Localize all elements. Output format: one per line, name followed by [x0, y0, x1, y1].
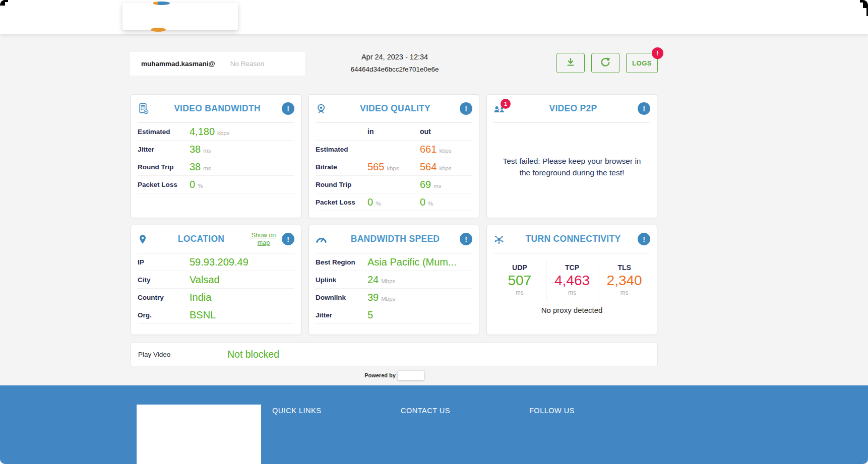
row-value: Valsad [190, 274, 220, 285]
test-id: 64464d34e6bcc2fe701e0e6e [304, 65, 485, 73]
card-title: VIDEO QUALITY [331, 103, 460, 114]
protocol-unit: ms [546, 289, 598, 296]
row-label: Country [138, 294, 190, 301]
table-row: Downlink 39Mbps [316, 289, 472, 306]
row-label: Uplink [316, 276, 367, 284]
row-value: 5 [367, 309, 373, 320]
logo-swoosh-icon [153, 2, 170, 5]
row-value: Asia Pacific (Mum... [367, 256, 457, 268]
table-row: City Valsad [138, 271, 294, 289]
card-head: TURN CONNECTIVITY ! [487, 225, 657, 253]
col-in-header: in [367, 127, 420, 136]
refresh-button[interactable] [591, 53, 619, 73]
row-value-out: 661 [420, 144, 437, 155]
card-title: TURN CONNECTIVITY [509, 234, 638, 244]
people-icon: 1 [493, 103, 509, 114]
row-value-out: 0 [420, 196, 425, 208]
calculator-camera-icon [138, 103, 153, 114]
row-value: BSNL [190, 309, 216, 320]
card-title: BANDWIDTH SPEED [331, 234, 460, 244]
row-label: Downlink [316, 294, 367, 301]
row-value-out: 69 [420, 179, 431, 190]
table-row: Jitter 5 [316, 306, 472, 324]
row-unit: ms [203, 148, 211, 154]
card-rows: Best Region Asia Pacific (Mum... Uplink … [309, 253, 479, 324]
row-unit: % [198, 183, 203, 189]
row-unit: ms [433, 183, 441, 189]
p2p-error-message: Test failed: Please keep your browser in… [500, 155, 644, 179]
logs-button-label: LOGS [632, 59, 652, 67]
map-pin-icon [138, 234, 153, 245]
table-row: Bitrate 565kbps 564kbps [316, 158, 472, 176]
info-exclamation-icon[interactable]: ! [282, 102, 294, 115]
powered-by-label: Powered by [364, 372, 396, 378]
row-label: IP [138, 258, 190, 266]
toolbar: LOGS ! [556, 53, 658, 73]
logo-ellipse-icon [151, 28, 166, 32]
turn-protocol-columns: UDP 507 ms TCP 4,463 ms TLS 2,340 ms [493, 260, 650, 301]
footer-heading-contact-us: CONTACT US [401, 407, 450, 415]
row-value: 4,180 [190, 126, 215, 137]
table-row: Packet Loss 0% 0% [316, 193, 472, 211]
test-reason: No Reason [230, 60, 265, 68]
card-head: 1 VIDEO P2P ! [487, 95, 657, 122]
card-rows: IP 59.93.209.49 City Valsad Country Indi… [131, 253, 301, 324]
download-button[interactable] [556, 53, 585, 73]
p2p-alert-badge: 1 [501, 99, 511, 109]
user-bar: muhammad.kasmani@ No Reason [130, 52, 305, 76]
info-exclamation-icon[interactable]: ! [282, 233, 294, 245]
card-title: VIDEO P2P [509, 103, 638, 114]
app-screen: muhammad.kasmani@ No Reason Apr 24, 2023… [0, 0, 868, 464]
download-icon [565, 57, 576, 70]
row-unit: Mbps [381, 278, 395, 284]
row-value-in: 0 [367, 196, 373, 208]
row-label: Estimated [316, 146, 367, 153]
row-value: 0 [190, 179, 195, 190]
logs-button[interactable]: LOGS ! [626, 53, 658, 73]
row-label: Estimated [138, 128, 190, 136]
logs-alert-badge: ! [652, 47, 663, 59]
protocol-value: 4,463 [546, 273, 598, 289]
row-unit: kbps [439, 165, 451, 171]
row-label: Jitter [138, 146, 190, 153]
info-exclamation-icon[interactable]: ! [638, 102, 650, 115]
row-label: Bitrate [316, 163, 367, 171]
show-on-map-link[interactable]: Show on map [250, 232, 278, 246]
protocol-value: 507 [493, 273, 546, 289]
turn-col-udp: UDP 507 ms [493, 260, 546, 301]
table-row: Packet Loss 0% [138, 176, 294, 193]
card-bandwidth-speed: BANDWIDTH SPEED ! Best Region Asia Pacif… [308, 225, 479, 335]
row-label: Round Trip [138, 163, 190, 171]
speedometer-icon [316, 234, 331, 244]
row-unit: kbps [439, 148, 451, 154]
powered-by-logo [398, 371, 424, 380]
card-head: VIDEO BANDWIDTH ! [131, 95, 301, 122]
protocol-label: TLS [598, 263, 650, 272]
row-unit: kbps [217, 130, 229, 136]
protocol-unit: ms [493, 289, 546, 296]
powered-by: Powered by [131, 371, 658, 380]
row-value: 38 [190, 161, 201, 172]
card-rows: Estimated 4,180kbps Jitter 38ms Round Tr… [131, 123, 301, 193]
row-label: Org. [138, 311, 190, 319]
card-turn-connectivity: TURN CONNECTIVITY ! UDP 507 ms TCP 4,463… [486, 225, 657, 335]
info-exclamation-icon[interactable]: ! [460, 102, 472, 115]
row-value: 39 [367, 292, 379, 303]
test-meta: Apr 24, 2023 - 12:34 64464d34e6bcc2fe701… [304, 52, 485, 73]
card-video-quality: VIDEO QUALITY ! in out Estimated 661kbps… [308, 94, 479, 218]
row-label: Best Region [316, 258, 367, 266]
row-unit: kbps [387, 165, 399, 171]
row-value: 38 [190, 144, 201, 155]
card-video-p2p: 1 VIDEO P2P ! Test failed: Please keep y… [486, 94, 657, 218]
table-row: Estimated 4,180kbps [138, 123, 294, 141]
proxy-status: No proxy detected [487, 306, 657, 314]
column-header-row: in out [316, 123, 472, 141]
info-exclamation-icon[interactable]: ! [638, 233, 650, 245]
info-exclamation-icon[interactable]: ! [460, 233, 472, 245]
row-value: 59.93.209.49 [190, 256, 249, 268]
table-row: Jitter 38ms [138, 141, 294, 158]
footer-heading-follow-us: FOLLOW US [529, 407, 575, 415]
play-video-label: Play Video [138, 351, 227, 358]
app-logo-card [122, 3, 238, 30]
protocol-value: 2,340 [598, 273, 650, 289]
